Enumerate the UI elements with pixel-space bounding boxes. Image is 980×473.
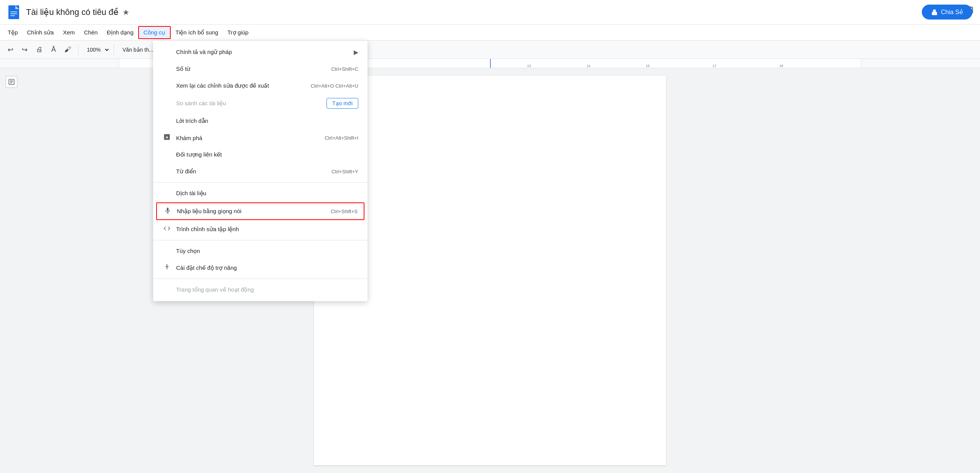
right-sidebar (957, 68, 980, 473)
title-bar-right: Chia Sẻ (946, 6, 974, 19)
doc-title-area: Tài liệu không có tiêu đề ★ (26, 7, 129, 17)
doc-area (0, 68, 980, 473)
style-select[interactable]: Văn bản th... Tiêu đề 1 Tiêu đề 2 (118, 45, 168, 55)
left-sidebar (0, 68, 23, 473)
menu-item-cong-cu[interactable]: Công cụ (138, 26, 171, 39)
menu-item-tep[interactable]: Tệp (3, 27, 23, 38)
svg-rect-3 (10, 11, 17, 12)
line-spacing-button[interactable]: ↕ (188, 44, 198, 55)
doc-page[interactable] (314, 76, 666, 465)
svg-rect-4 (10, 13, 17, 14)
paint-format-button[interactable]: Ā (48, 44, 59, 55)
bullet-list-button[interactable]: •≡ (216, 44, 229, 55)
doc-page-container (23, 68, 957, 473)
menu-bar: Tệp Chỉnh sửa Xem Chèn Định dạng Công cụ… (0, 24, 980, 41)
indent-increase-button[interactable]: ⇥ (245, 44, 257, 55)
doc-title[interactable]: Tài liệu không có tiêu đề (26, 7, 119, 17)
undo-button[interactable]: ↩ (5, 44, 16, 55)
menu-item-tien-ich-bo-sung[interactable]: Tiện ích bổ sung (171, 27, 223, 38)
edit-mode-button[interactable]: ✏ (292, 44, 304, 55)
outline-icon[interactable] (5, 76, 18, 88)
google-docs-icon (6, 5, 21, 20)
menu-item-dinh-dang[interactable]: Định dạng (102, 27, 138, 38)
share-label: Chia Sẻ (941, 8, 963, 16)
star-icon[interactable]: ★ (122, 8, 129, 17)
menu-item-chen[interactable]: Chèn (79, 27, 102, 38)
menu-item-xem[interactable]: Xem (58, 27, 79, 38)
text-style-button[interactable]: Â (274, 44, 284, 55)
toolbar: ↩ ↪ 🖨 Ā 🖌 100% 75% 125% 150% Văn bản th.… (0, 41, 980, 59)
numbered-list-button[interactable]: 1≡ (200, 44, 214, 55)
menu-item-chinh-sua[interactable]: Chỉnh sửa (23, 27, 59, 38)
ruler-inner: 2 1 13 14 15 17 18 (119, 59, 861, 68)
toolbar-separator-1 (78, 44, 78, 55)
svg-rect-6 (932, 12, 937, 15)
paint-roller-button[interactable]: 🖌 (61, 44, 74, 55)
collapse-button[interactable]: ⌃ (307, 44, 318, 55)
ruler: 2 1 13 14 15 17 18 (0, 59, 980, 68)
title-bar: Tài liệu không có tiêu đề ★ Chia Sẻ (0, 0, 980, 24)
svg-rect-5 (10, 15, 15, 16)
menu-item-tro-giup[interactable]: Trợ giúp (223, 27, 253, 38)
align-left-button[interactable]: ≡ (176, 44, 186, 55)
toolbar-separator-2 (114, 44, 114, 55)
share-button[interactable]: Chia Sẻ (922, 5, 972, 20)
indent-decrease-button[interactable]: ⇤ (231, 44, 243, 55)
zoom-select[interactable]: 100% 75% 125% 150% (82, 45, 110, 55)
redo-button[interactable]: ↪ (19, 44, 31, 55)
toolbar-separator-3 (172, 44, 172, 55)
toolbar-separator-4 (288, 44, 289, 55)
clear-format-button[interactable]: ✕ (260, 44, 271, 55)
print-button[interactable]: 🖨 (33, 44, 46, 55)
